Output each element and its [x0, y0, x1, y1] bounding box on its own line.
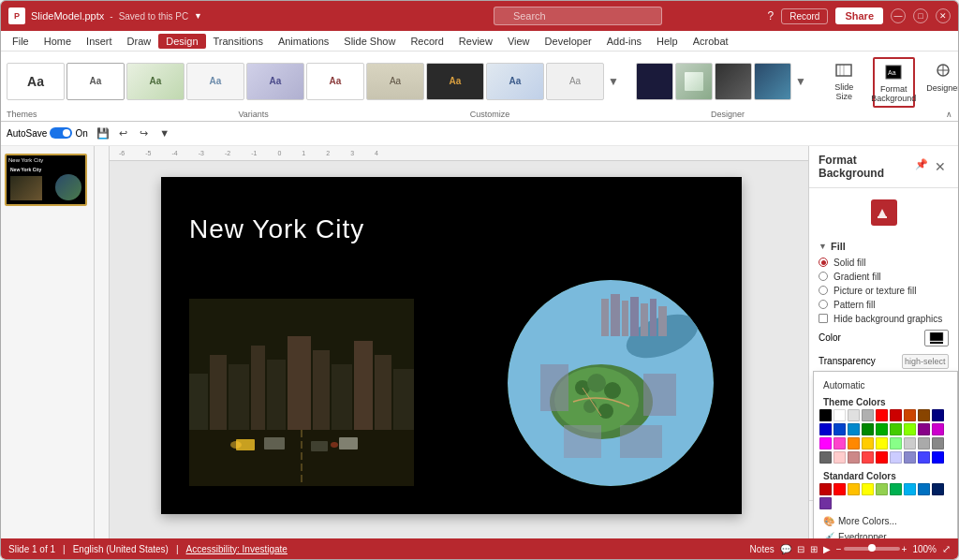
- gradient-fill-radio[interactable]: [819, 272, 828, 281]
- variant-4[interactable]: [754, 63, 791, 100]
- variants-scroll-btn[interactable]: ▼: [793, 75, 808, 88]
- variant-2[interactable]: [675, 63, 713, 100]
- menu-home[interactable]: Home: [37, 34, 79, 49]
- theme-item-6[interactable]: Aa: [306, 63, 364, 100]
- search-input[interactable]: [494, 7, 662, 25]
- menu-acrobat[interactable]: Acrobat: [686, 34, 736, 49]
- panel-pin-icon[interactable]: 📌: [915, 158, 928, 175]
- color-swatch-lgray[interactable]: [848, 409, 860, 421]
- color-swatch-dkgreen[interactable]: [862, 423, 874, 435]
- pattern-fill-radio[interactable]: [819, 300, 828, 309]
- fill-section-header[interactable]: ▼ Fill: [819, 237, 949, 256]
- std-color-2[interactable]: [834, 483, 846, 495]
- std-color-1[interactable]: [819, 483, 832, 495]
- eyedropper-option[interactable]: 💉 Eyedropper: [819, 529, 952, 538]
- menu-design[interactable]: Design: [158, 34, 205, 49]
- color-swatch-periwinkle[interactable]: [904, 451, 916, 464]
- picture-fill-radio[interactable]: [819, 286, 828, 295]
- designer-button[interactable]: Designer: [922, 57, 959, 95]
- color-swatch-coral[interactable]: [862, 451, 874, 464]
- color-swatch-lightgreen[interactable]: [890, 437, 902, 449]
- color-swatch-medblue[interactable]: [918, 451, 930, 464]
- color-swatch-navy[interactable]: [932, 409, 944, 421]
- color-swatch-dkpurple[interactable]: [918, 423, 930, 435]
- menu-record[interactable]: Record: [403, 34, 450, 49]
- theme-item-2[interactable]: Aa: [66, 63, 125, 100]
- color-swatch-gray1[interactable]: [904, 437, 916, 449]
- std-color-6[interactable]: [890, 483, 902, 495]
- menu-transitions[interactable]: Transitions: [206, 34, 271, 49]
- color-swatch-purple[interactable]: [932, 423, 944, 435]
- color-swatch-gray3[interactable]: [932, 437, 944, 449]
- color-swatch-red2[interactable]: [876, 451, 888, 464]
- menu-draw[interactable]: Draw: [120, 34, 159, 49]
- color-swatch-amber[interactable]: [848, 437, 860, 449]
- color-swatch-gray2[interactable]: [918, 437, 930, 449]
- color-swatch-pink[interactable]: [834, 437, 846, 449]
- color-swatch-lime[interactable]: [904, 423, 916, 435]
- std-color-8[interactable]: [918, 483, 930, 495]
- fill-option-gradient[interactable]: Gradient fill: [819, 270, 949, 284]
- std-color-3[interactable]: [848, 483, 860, 495]
- theme-item-8[interactable]: Aa: [426, 63, 484, 100]
- slide-canvas[interactable]: New York City: [161, 177, 742, 514]
- menu-animations[interactable]: Animations: [271, 34, 336, 49]
- slide-thumbnail-1[interactable]: New York City New York City: [5, 154, 87, 206]
- std-color-9[interactable]: [932, 483, 944, 495]
- hide-bg-option[interactable]: Hide background graphics: [819, 312, 949, 326]
- color-swatch-ltpink[interactable]: [834, 451, 846, 464]
- color-swatch-ltblue[interactable]: [848, 423, 860, 435]
- color-swatch-ltyellow[interactable]: [876, 437, 888, 449]
- std-color-5[interactable]: [876, 483, 888, 495]
- menu-slideshow[interactable]: Slide Show: [336, 34, 403, 49]
- menu-addins[interactable]: Add-ins: [599, 34, 649, 49]
- color-swatch-rose[interactable]: [848, 451, 860, 464]
- slide-size-button[interactable]: SlideSize: [823, 57, 865, 104]
- more-colors-option[interactable]: 🎨 More Colors...: [819, 513, 952, 529]
- theme-item-4[interactable]: Aa: [186, 63, 244, 100]
- color-swatch-orange[interactable]: [904, 409, 916, 421]
- close-button[interactable]: ✕: [936, 8, 951, 23]
- zoom-out-btn[interactable]: −: [836, 544, 842, 554]
- fit-to-window-icon[interactable]: ⤢: [942, 543, 951, 555]
- view-outline-icon[interactable]: ⊞: [810, 544, 818, 554]
- themes-scroll-btn[interactable]: ▼: [606, 75, 621, 88]
- color-swatch-red[interactable]: [876, 409, 888, 421]
- menu-file[interactable]: File: [5, 34, 37, 49]
- theme-item-5[interactable]: Aa: [246, 63, 304, 100]
- fill-option-pattern[interactable]: Pattern fill: [819, 298, 949, 312]
- menu-view[interactable]: View: [500, 34, 538, 49]
- color-swatch-gray[interactable]: [862, 409, 874, 421]
- color-swatch-ltgreen[interactable]: [890, 423, 902, 435]
- color-swatch-black[interactable]: [819, 409, 832, 421]
- view-slideshow-icon[interactable]: ▶: [823, 544, 831, 554]
- view-normal-icon[interactable]: ⊟: [797, 544, 804, 554]
- std-color-7[interactable]: [904, 483, 916, 495]
- std-color-10[interactable]: [819, 497, 832, 509]
- undo-button[interactable]: ↩: [114, 124, 133, 142]
- theme-item-9[interactable]: Aa: [486, 63, 544, 100]
- menu-review[interactable]: Review: [451, 34, 500, 49]
- color-swatch-yellow[interactable]: [862, 437, 874, 449]
- color-swatch-gray4[interactable]: [819, 451, 832, 464]
- variant-1[interactable]: [636, 63, 673, 100]
- share-button[interactable]: Share: [835, 7, 883, 24]
- fill-option-solid[interactable]: Solid fill: [819, 256, 949, 270]
- autosave-switch[interactable]: [50, 127, 72, 139]
- color-swatch-blue[interactable]: [819, 423, 832, 435]
- color-swatch-darkred[interactable]: [890, 409, 902, 421]
- color-swatch-blue2[interactable]: [932, 451, 944, 464]
- format-background-button[interactable]: Aa FormatBackground: [873, 57, 915, 108]
- save-button[interactable]: 💾: [94, 124, 112, 142]
- theme-item-3[interactable]: Aa: [126, 63, 184, 100]
- color-swatch-fuchsia[interactable]: [819, 437, 832, 449]
- theme-item-1[interactable]: Aa: [7, 63, 65, 100]
- color-swatch-lavender[interactable]: [890, 451, 902, 464]
- menu-developer[interactable]: Developer: [538, 34, 599, 49]
- color-swatch-green[interactable]: [876, 423, 888, 435]
- variant-3[interactable]: [715, 63, 752, 100]
- color-swatch-mblue[interactable]: [834, 423, 846, 435]
- ribbon-expand-btn[interactable]: ∧: [946, 110, 952, 119]
- std-color-4[interactable]: [862, 483, 874, 495]
- record-button[interactable]: Record: [781, 8, 828, 24]
